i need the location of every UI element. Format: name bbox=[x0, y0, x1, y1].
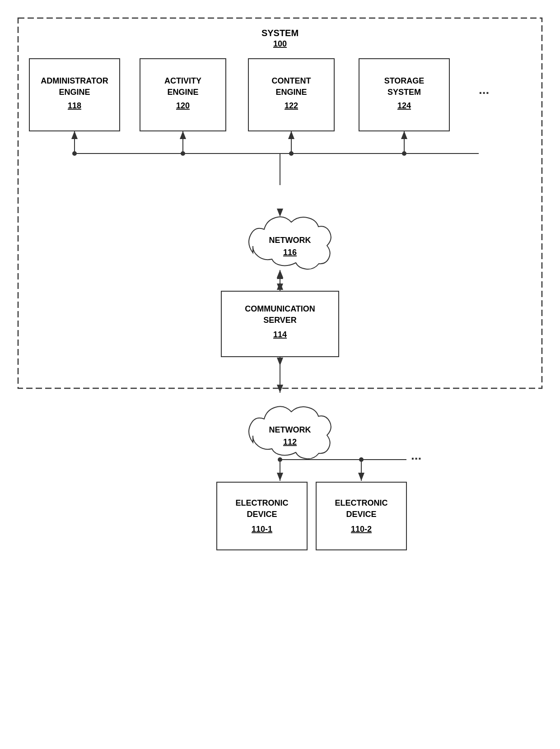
activity-engine-label: ACTIVITY bbox=[164, 76, 201, 85]
network-116-number: 116 bbox=[283, 248, 297, 257]
arrow-up-to-server bbox=[277, 358, 283, 366]
arrow-storage-head bbox=[401, 131, 407, 139]
device-2-label2: DEVICE bbox=[346, 510, 376, 519]
arrow-to-device2 bbox=[358, 473, 364, 481]
storage-system-label2: SYSTEM bbox=[387, 88, 421, 97]
admin-engine-label: ADMINISTRATOR bbox=[41, 76, 108, 85]
comm-server-number: 114 bbox=[273, 330, 287, 339]
ellipsis-top: ··· bbox=[479, 86, 489, 100]
arrowhead-up-to-network bbox=[277, 270, 283, 278]
ellipsis-bottom: ··· bbox=[411, 451, 421, 465]
activity-engine-label2: ENGINE bbox=[167, 88, 198, 97]
arrow-admin-head bbox=[71, 131, 78, 139]
network-112-number: 112 bbox=[283, 437, 297, 447]
storage-system-label: STORAGE bbox=[384, 76, 425, 85]
device-1-label2: DEVICE bbox=[247, 510, 277, 519]
network-116-label: NETWORK bbox=[269, 236, 311, 245]
device-2-number: 110-2 bbox=[351, 525, 372, 534]
arrow-to-device1 bbox=[277, 473, 283, 481]
arrow-content-head bbox=[288, 131, 294, 139]
device-1-number: 110-1 bbox=[252, 525, 272, 534]
arrow-activity-head bbox=[180, 131, 186, 139]
system-number: 100 bbox=[273, 39, 287, 48]
storage-system-number: 124 bbox=[397, 101, 411, 110]
network-112-label: NETWORK bbox=[269, 425, 311, 434]
system-title: SYSTEM bbox=[261, 28, 299, 38]
admin-engine-number: 118 bbox=[68, 101, 81, 110]
arrow-to-network116 bbox=[277, 209, 283, 217]
device-2-label: ELECTRONIC bbox=[335, 498, 388, 507]
activity-engine-number: 120 bbox=[176, 101, 190, 110]
content-engine-label: CONTENT bbox=[272, 76, 311, 85]
admin-engine-label2: ENGINE bbox=[59, 88, 90, 97]
device-1-label: ELECTRONIC bbox=[236, 498, 289, 507]
content-engine-number: 122 bbox=[285, 101, 298, 110]
comm-server-label: COMMUNICATION bbox=[245, 304, 315, 313]
arrowhead-down-to-server bbox=[277, 284, 283, 291]
comm-server-label2: SERVER bbox=[263, 316, 297, 325]
content-engine-label2: ENGINE bbox=[275, 88, 307, 97]
diagram-container: SYSTEM 100 ADMINISTRATOR ENGINE 118 ACTI… bbox=[0, 0, 560, 749]
